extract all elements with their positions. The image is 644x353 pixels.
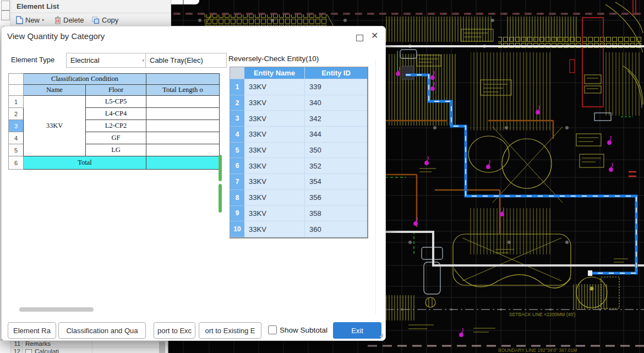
panel-tab-icon[interactable] <box>1 10 10 20</box>
value-cell[interactable] <box>146 120 220 132</box>
calculation-checkbox[interactable] <box>25 349 32 353</box>
maximize-button[interactable] <box>356 35 363 41</box>
show-subtotal-label: Show Subtotal <box>280 326 328 334</box>
row-number[interactable]: 6 <box>9 156 24 170</box>
entity-row[interactable]: 10 33KV 360 <box>230 221 367 237</box>
row-number: 9 <box>230 206 244 222</box>
name-group-cell[interactable]: 33KV <box>24 96 86 156</box>
floor-cell[interactable]: L4-CP4 <box>86 108 146 120</box>
green-scroll-indicator[interactable] <box>219 184 222 213</box>
value-cell[interactable] <box>146 108 220 120</box>
show-subtotal-checkbox[interactable] <box>268 325 277 334</box>
entity-id-cell[interactable]: 360 <box>305 221 367 237</box>
total-label-cell[interactable]: Total <box>24 156 146 170</box>
element-range-button[interactable]: Element Ra <box>8 322 56 339</box>
entity-name-cell[interactable]: 33KV <box>244 95 305 111</box>
entity-id-cell[interactable]: 344 <box>305 127 367 143</box>
value-cell[interactable] <box>146 96 220 108</box>
entity-row[interactable]: 2 33KV 340 <box>230 95 367 111</box>
header-spacer <box>146 74 220 85</box>
row-number: 1 <box>230 79 244 95</box>
col-header-entity-id[interactable]: Entity ID <box>305 67 367 79</box>
entity-id-cell[interactable]: 339 <box>305 79 367 95</box>
total-value-cell[interactable] <box>146 156 220 170</box>
new-button[interactable]: New ▾ <box>16 15 44 25</box>
entity-id-cell[interactable]: 352 <box>305 158 367 174</box>
entity-row[interactable]: 8 33KV 356 <box>230 190 367 206</box>
col-header-entity-name[interactable]: Entity Name <box>244 67 305 79</box>
row-number[interactable]: 3 <box>9 120 24 132</box>
copy-button[interactable]: Copy <box>92 15 118 25</box>
entity-name-cell[interactable]: 33KV <box>244 111 305 127</box>
entity-name-cell[interactable]: 33KV <box>244 206 305 222</box>
category-combobox[interactable]: Electrical ▾ <box>66 53 146 68</box>
new-page-icon <box>16 16 23 24</box>
dark-junction-box <box>402 66 414 79</box>
panel-side-gutter <box>0 340 11 353</box>
value-cell[interactable] <box>146 132 220 144</box>
entity-name-cell[interactable]: 33KV <box>244 190 305 206</box>
green-scroll-indicator[interactable] <box>219 155 222 181</box>
property-row-calculation[interactable]: Calculati <box>35 348 59 353</box>
row-number[interactable]: 4 <box>9 132 24 144</box>
exit-button[interactable]: Exit <box>333 322 381 339</box>
entity-id-cell[interactable]: 358 <box>305 206 367 222</box>
floor-cell[interactable]: L2-CP2 <box>86 120 146 132</box>
table-row[interactable]: 1 33KV L5-CP5 <box>9 96 220 108</box>
entity-name-cell[interactable]: 33KV <box>244 174 305 190</box>
export-to-existing-excel-button[interactable]: ort to Existing E <box>199 322 261 339</box>
close-button[interactable]: ✕ <box>371 30 378 41</box>
boundary-line-label: BOUNDARY LINE 192°34'0" 367.01M <box>498 347 577 353</box>
total-row[interactable]: 6 Total <box>9 156 220 170</box>
entity-id-cell[interactable]: 350 <box>305 143 367 159</box>
entity-row[interactable]: 3 33KV 342 <box>230 111 367 127</box>
corner-cell <box>9 74 24 85</box>
entity-id-cell[interactable]: 356 <box>305 190 367 206</box>
entity-id-cell[interactable]: 354 <box>305 174 367 190</box>
entity-row[interactable]: 7 33KV 354 <box>230 174 367 190</box>
chevron-down-icon[interactable]: ▾ <box>42 18 44 23</box>
entity-name-cell[interactable]: 33KV <box>244 158 305 174</box>
floor-cell[interactable]: L5-CP5 <box>86 96 146 108</box>
entity-row[interactable]: 9 33KV 358 <box>230 206 367 222</box>
entity-name-cell[interactable]: 33KV <box>244 221 305 237</box>
row-number: 6 <box>230 158 244 174</box>
view-quantity-dialog: View Quantity by Category ✕ Element Type… <box>1 26 386 341</box>
setback-line-label: SETBACK LINE <2200MM (40') <box>509 312 576 317</box>
entity-id-cell[interactable]: 342 <box>305 111 367 127</box>
floor-cell[interactable]: LG <box>86 144 146 156</box>
floor-cell[interactable]: GF <box>86 132 146 144</box>
copy-icon <box>92 17 100 24</box>
trash-icon <box>54 16 61 24</box>
delete-button[interactable]: Delete <box>54 15 84 25</box>
entity-name-cell[interactable]: 33KV <box>244 79 305 95</box>
entity-panel-title: Reversely-Check Entity(10) <box>228 55 319 63</box>
entity-name-cell[interactable]: 33KV <box>244 127 305 143</box>
horizontal-scrollbar-thumb[interactable] <box>19 307 94 312</box>
row-number[interactable]: 1 <box>9 96 24 108</box>
group-header: Classification Condition <box>24 74 146 85</box>
entity-row[interactable]: 6 33KV 352 <box>230 158 367 174</box>
classification-quantity-button[interactable]: Classification and Qua <box>58 322 146 339</box>
resize-grip[interactable]: ◢ <box>379 332 383 338</box>
entity-row[interactable]: 4 33KV 344 <box>230 127 367 143</box>
delete-label: Delete <box>63 16 84 24</box>
row-number: 5 <box>230 143 244 159</box>
element-type-label: Element Type <box>11 56 54 64</box>
panel-tab-icon[interactable] <box>1 1 10 10</box>
entity-id-cell[interactable]: 340 <box>305 95 367 111</box>
row-number[interactable]: 2 <box>9 108 24 120</box>
property-row-remarks[interactable]: Remarks <box>25 340 51 347</box>
row-number: 2 <box>230 95 244 111</box>
vertical-scrollbar-thumb[interactable] <box>159 341 165 353</box>
export-to-excel-button[interactable]: port to Exc <box>154 322 195 339</box>
value-cell[interactable] <box>146 144 220 156</box>
new-label: New <box>25 16 40 24</box>
entity-row[interactable]: 1 33KV 339 <box>230 79 367 95</box>
row-number: 3 <box>230 111 244 127</box>
row-number[interactable]: 5 <box>9 144 24 156</box>
entity-name-cell[interactable]: 33KV <box>244 143 305 159</box>
subcategory-combobox[interactable]: Cable Tray(Elec) <box>145 53 227 68</box>
entity-row[interactable]: 5 33KV 350 <box>230 143 367 159</box>
element-list-panel: Element List New ▾ Delete Copy <box>0 0 171 26</box>
